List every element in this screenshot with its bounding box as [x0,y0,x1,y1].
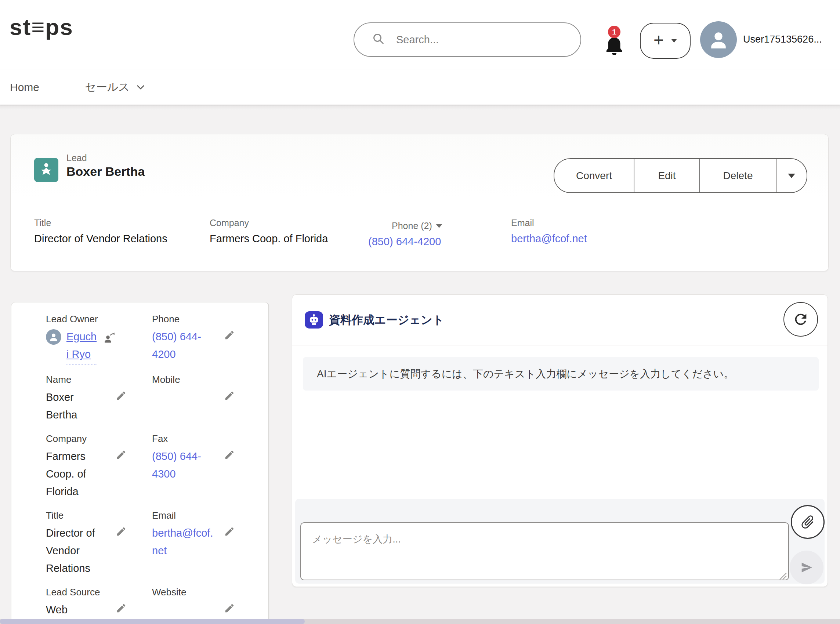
pencil-icon [116,526,127,537]
edit-name[interactable] [116,374,152,423]
global-search[interactable] [354,22,581,57]
app-logo: st≡ps [9,14,73,40]
detail-field-fax: Fax (850) 644-4300 [152,433,224,500]
dropdown-arrow-icon [436,224,442,228]
field-value: Director of Vendor Relations [34,233,167,245]
edit-mobile[interactable] [224,374,265,423]
send-button[interactable] [790,551,823,584]
owner-avatar [46,329,61,344]
detail-field-phone: Phone (850) 644-4200 [152,314,224,365]
field-label: Title [46,510,116,521]
owner-link[interactable]: Eguchi Ryo [66,328,97,365]
field-label[interactable]: Phone (2) [392,221,442,231]
detail-field-title: Title Director of Vendor Relations [46,510,116,577]
attach-file-button[interactable] [791,505,825,539]
pencil-icon [224,449,235,460]
email-link[interactable]: bertha@fcof.net [511,233,587,244]
highlight-field-phone: Phone (2) (850) 644-4200 [368,221,442,248]
field-label: Name [46,374,116,385]
robot-icon [305,311,323,329]
plus-icon: + [653,31,664,49]
details-grid: Lead Owner Eguchi Ryo Phone (850) 644-42… [11,303,269,624]
edit-phone[interactable] [224,314,265,365]
dropdown-arrow-icon [788,174,795,178]
detail-field-mobile: Mobile [152,374,224,423]
phone-label: Phone (2) [392,221,432,231]
user-menu-label[interactable]: User175135626... [743,34,822,45]
field-label: Mobile [152,374,224,385]
detail-field-website: Website [152,587,224,618]
detail-field-name: Name Boxer Bertha [46,374,116,423]
horizontal-scrollbar[interactable] [0,619,840,624]
field-label: Title [34,218,167,228]
pencil-icon [224,390,235,401]
chevron-down-icon [136,85,145,90]
chevron-down-icon [671,39,677,43]
pencil-icon [116,603,127,614]
app-navigation: Home セールス [0,70,840,105]
highlight-field-company: Company Farmers Coop. of Florida [210,218,328,245]
horizontal-scrollbar-thumb[interactable] [0,619,305,624]
edit-company[interactable] [116,433,152,500]
edit-fax[interactable] [224,433,265,500]
field-value: Web [46,601,107,618]
highlight-field-email: Email bertha@fcof.net [511,218,587,245]
search-icon [372,32,385,47]
edit-title[interactable] [116,510,152,577]
user-avatar[interactable] [700,21,737,58]
field-value: Boxer Bertha [46,388,107,423]
edit-email[interactable] [224,510,265,577]
entity-label: Lead [66,153,87,163]
field-label: Lead Owner [46,314,116,325]
agent-panel: 資料作成エージェント AIエージェントに質問するには、下のテキスト入力欄にメッセ… [292,294,828,587]
agent-panel-header: 資料作成エージェント [292,295,828,345]
message-input[interactable] [300,522,789,580]
agent-panel-title: 資料作成エージェント [329,312,444,328]
search-input[interactable] [395,33,558,46]
pencil-icon [224,330,235,341]
detail-field-lead-source: Lead Source Web [46,587,116,618]
edit-lead-source[interactable] [116,587,152,618]
notifications-button[interactable]: 1 [603,26,628,59]
fax-link[interactable]: (850) 644-4300 [152,450,201,480]
pencil-icon [116,390,127,401]
field-value: Farmers Coop. of Florida [46,448,102,500]
nav-tab-home[interactable]: Home [10,81,39,94]
more-actions-button[interactable] [777,159,807,192]
pencil-icon [116,449,127,460]
email-link[interactable]: bertha@fcof.net [152,527,213,556]
page-title: Boxer Bertha [66,164,145,179]
nav-tab-sales-label: セールス [85,80,130,95]
field-label: Website [152,587,224,598]
edit-button[interactable]: Edit [635,159,700,192]
record-action-group: Convert Edit Delete [554,158,807,193]
field-label: Email [152,510,224,521]
detail-field-company: Company Farmers Coop. of Florida [46,433,116,500]
field-label: Lead Source [46,587,116,598]
phone-link[interactable]: (850) 644-4200 [152,331,201,360]
refresh-button[interactable] [783,302,818,337]
field-label: Company [210,218,328,228]
new-record-button[interactable]: + [640,23,690,59]
nav-tab-sales[interactable]: セールス [85,80,145,95]
highlight-field-title: Title Director of Vendor Relations [34,218,167,245]
agent-intro-text: AIエージェントに質問するには、下のテキスト入力欄にメッセージを入力してください… [317,367,734,381]
convert-button[interactable]: Convert [554,159,635,192]
edit-website[interactable] [224,587,265,618]
detail-field-lead-owner: Lead Owner Eguchi Ryo [46,314,116,365]
paperclip-icon [796,511,819,533]
send-icon [799,560,814,575]
delete-button[interactable]: Delete [700,159,777,192]
lead-entity-icon [34,158,59,182]
field-value: Farmers Coop. of Florida [210,233,328,245]
lead-details-panel: Lead Owner Eguchi Ryo Phone (850) 644-42… [11,302,269,624]
field-label: Company [46,433,116,445]
phone-link[interactable]: (850) 644-4200 [368,236,441,247]
agent-intro-message: AIエージェントに質問するには、下のテキスト入力欄にメッセージを入力してください… [303,357,819,391]
field-label: Phone [152,314,224,325]
field-label: Email [511,218,587,228]
change-owner-icon[interactable] [102,331,116,345]
notification-badge: 1 [608,26,621,38]
refresh-icon [792,311,809,328]
lead-highlights-card: Lead Boxer Bertha Convert Edit Delete Ti… [10,134,829,271]
